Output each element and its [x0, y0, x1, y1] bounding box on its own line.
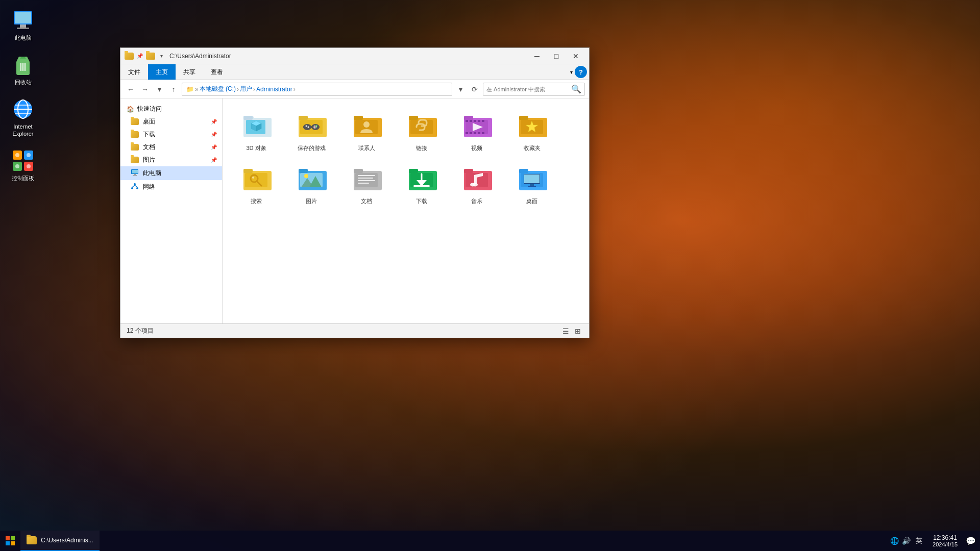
grid-view-button[interactable]: ⊞	[573, 326, 583, 336]
help-button[interactable]: ?	[575, 66, 587, 78]
file-item-searches[interactable]: 搜索	[231, 160, 282, 209]
svg-rect-19	[132, 170, 138, 173]
sidebar-item-this-pc[interactable]: 此电脑	[120, 166, 222, 180]
explorer-window: 📌 ▾ C:\Users\Administrator ─ □ ✕ 文件 主页 共…	[120, 47, 590, 338]
title-quick-access-icon[interactable]: 📌	[136, 52, 144, 60]
svg-point-42	[316, 126, 317, 127]
refresh-button[interactable]: ⟳	[469, 83, 481, 95]
sidebar-item-downloads[interactable]: 下载 📌	[120, 128, 222, 141]
svg-rect-28	[243, 116, 253, 120]
3d-objects-icon	[241, 111, 272, 141]
svg-line-26	[135, 185, 137, 187]
control-panel-label: 控制面板	[12, 175, 34, 182]
network-tray-icon[interactable]: 🌐	[890, 537, 899, 545]
links-label: 链接	[416, 144, 427, 152]
svg-rect-58	[474, 120, 476, 122]
breadcrumb-bar[interactable]: 📁 » 本地磁盘 (C:) › 用户 › Administrator ›	[182, 83, 452, 96]
view-buttons: ☰ ⊞	[560, 326, 583, 336]
tab-file[interactable]: 文件	[120, 64, 148, 80]
svg-rect-2	[20, 24, 26, 28]
notification-icon[interactable]: 💬	[966, 536, 976, 546]
forward-button[interactable]: →	[139, 83, 151, 95]
desktop-icon-my-computer[interactable]: 此电脑	[3, 5, 43, 44]
title-dropdown-arrow[interactable]: ▾	[157, 52, 165, 60]
file-item-videos[interactable]: 视频	[451, 107, 502, 156]
svg-rect-34	[299, 116, 308, 120]
sound-tray-icon[interactable]: 🔊	[902, 537, 911, 545]
breadcrumb-drive[interactable]: 本地磁盘 (C:)	[200, 85, 236, 93]
close-button[interactable]: ✕	[567, 49, 585, 63]
tab-view[interactable]: 查看	[203, 64, 231, 80]
file-item-downloads-folder[interactable]: 下载	[396, 160, 447, 209]
tab-home[interactable]: 主页	[148, 64, 176, 80]
desktop-icon-control-panel[interactable]: 控制面板	[3, 145, 43, 185]
maximize-button[interactable]: □	[547, 49, 566, 63]
start-button[interactable]	[0, 531, 20, 551]
search-input[interactable]	[486, 86, 569, 92]
breadcrumb-dropdown-button[interactable]: ▾	[454, 83, 467, 95]
desktop-icon-recycle-bin[interactable]: 回收站	[3, 49, 43, 89]
home-icon: 🏠	[127, 106, 134, 113]
searches-icon	[241, 164, 272, 194]
minimize-button[interactable]: ─	[528, 49, 546, 63]
quick-access-header[interactable]: 🏠 快速访问	[120, 103, 222, 115]
svg-rect-77	[299, 169, 308, 173]
system-tray: 🌐 🔊 英	[890, 536, 924, 545]
title-bar-icons: 📌 ▾	[125, 52, 165, 60]
desktop-icon-ie[interactable]: InternetExplorer	[3, 94, 43, 140]
svg-rect-89	[358, 183, 369, 184]
my-computer-icon	[11, 8, 35, 33]
svg-rect-21	[133, 175, 137, 176]
sidebar-item-documents[interactable]: 文档 📌	[120, 141, 222, 154]
file-item-favorites[interactable]: 收藏夹	[506, 107, 557, 156]
svg-rect-110	[6, 541, 10, 545]
taskbar-clock[interactable]: 12:36:41 2024/4/15	[928, 534, 962, 547]
file-item-saved-games[interactable]: 保存的游戏	[286, 107, 337, 156]
file-item-3d-objects[interactable]: 3D 对象	[231, 107, 282, 156]
tab-share[interactable]: 共享	[176, 64, 203, 80]
language-indicator[interactable]: 英	[914, 536, 924, 545]
documents-folder-icon	[351, 164, 382, 194]
svg-rect-111	[11, 541, 15, 545]
ribbon-tabs: 文件 主页 共享 查看 ▾ ?	[120, 64, 589, 80]
search-icon[interactable]: 🔍	[571, 84, 581, 94]
recycle-bin-label: 回收站	[15, 79, 32, 86]
breadcrumb-users[interactable]: 用户	[240, 85, 252, 93]
list-view-button[interactable]: ☰	[560, 326, 571, 336]
ribbon-chevron-icon[interactable]: ▾	[570, 69, 573, 75]
up-button[interactable]: ↑	[167, 83, 180, 95]
pin-icon-pictures: 📌	[211, 157, 217, 163]
nav-dropdown-button[interactable]: ▾	[153, 83, 165, 95]
file-item-pictures-folder[interactable]: 图片	[286, 160, 337, 209]
svg-rect-86	[358, 175, 375, 176]
taskbar-window-label: C:\Users\Adminis...	[41, 537, 93, 544]
back-button[interactable]: ←	[125, 83, 137, 95]
file-item-links[interactable]: 链接	[396, 107, 447, 156]
documents-folder-icon-sidebar	[131, 144, 139, 151]
saved-games-icon	[296, 111, 327, 141]
search-bar[interactable]: 🔍	[483, 83, 585, 96]
pin-icon-desktop: 📌	[211, 119, 217, 124]
sidebar-item-network[interactable]: 网络	[120, 180, 222, 194]
clock-time: 12:36:41	[933, 534, 957, 541]
window-title: C:\Users\Administrator	[165, 53, 528, 60]
breadcrumb-sep3: ›	[253, 86, 255, 93]
pin-icon-downloads: 📌	[211, 132, 217, 137]
svg-rect-56	[465, 120, 468, 122]
ie-label: InternetExplorer	[13, 123, 34, 137]
file-item-desktop-folder[interactable]: 桌面	[506, 160, 557, 209]
file-item-music-folder[interactable]: 音乐	[451, 160, 502, 209]
desktop-folder-label: 桌面	[526, 197, 537, 205]
svg-rect-87	[358, 178, 373, 179]
file-grid: 3D 对象	[223, 98, 589, 323]
breadcrumb-admin[interactable]: Administrator	[256, 86, 292, 93]
title-bar: 📌 ▾ C:\Users\Administrator ─ □ ✕	[120, 48, 589, 64]
sidebar-item-desktop[interactable]: 桌面 📌	[120, 115, 222, 128]
taskbar-explorer-item[interactable]: C:\Users\Adminis...	[20, 531, 100, 551]
file-item-contacts[interactable]: 联系人	[341, 107, 392, 156]
svg-point-23	[131, 187, 133, 189]
sidebar-item-pictures[interactable]: 图片 📌	[120, 154, 222, 166]
svg-line-25	[132, 185, 135, 187]
title-controls: ─ □ ✕	[528, 49, 585, 63]
file-item-documents-folder[interactable]: 文档	[341, 160, 392, 209]
